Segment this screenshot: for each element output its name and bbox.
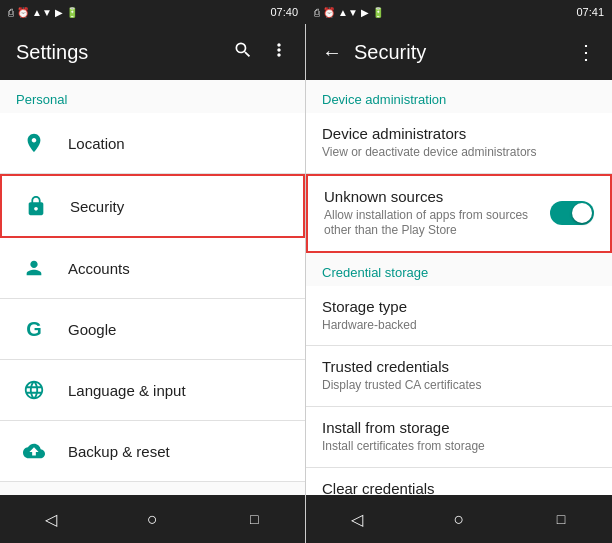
google-title: Google [68,321,289,338]
unknown-sources-sub: Allow installation of apps from sources … [324,208,542,239]
backup-text: Backup & reset [68,443,289,460]
location-icon [16,125,52,161]
signal-icon: ▲▼ [32,7,52,18]
right-phone: ← Security ⋮ Device administration Devic… [306,0,612,543]
settings-top-bar: Settings [0,24,305,80]
clear-credentials-title: Clear credentials [322,480,596,495]
back-nav-right[interactable]: ◁ [306,510,408,529]
recents-nav-left[interactable]: □ [203,511,305,527]
alarm-icon: ⏰ [17,7,29,18]
security-icon [18,188,54,224]
device-admins-item[interactable]: Device administrators View or deactivate… [306,113,612,174]
more-vert-icon-right[interactable]: ⋮ [576,40,596,64]
left-bottom-nav: ◁ ○ □ [0,495,305,543]
credential-storage-label: Credential storage [306,253,612,286]
language-icon [16,372,52,408]
status-bar-left: ⎙ ⏰ ▲▼ ▶ 🔋 07:40 [0,0,306,24]
back-icon[interactable]: ← [322,41,342,64]
google-text: Google [68,321,289,338]
batt-icon-r: 🔋 [372,7,384,18]
device-admins-sub: View or deactivate device administrators [322,145,596,161]
language-title: Language & input [68,382,289,399]
settings-title: Settings [16,41,225,64]
backup-title: Backup & reset [68,443,289,460]
search-icon[interactable] [233,40,253,65]
list-item-accounts[interactable]: Accounts [0,238,305,299]
install-from-storage-title: Install from storage [322,419,596,436]
accounts-icon [16,250,52,286]
settings-list: Personal Location Security Ac [0,80,305,495]
unknown-sources-text: Unknown sources Allow installation of ap… [324,188,542,239]
list-item-backup[interactable]: Backup & reset [0,421,305,482]
list-item-google[interactable]: G Google [0,299,305,360]
security-title: Security [70,198,287,215]
storage-type-title: Storage type [322,298,596,315]
recents-nav-right[interactable]: □ [510,511,612,527]
accounts-title: Accounts [68,260,289,277]
unknown-sources-title: Unknown sources [324,188,542,205]
device-admins-title: Device administrators [322,125,596,142]
install-from-storage-sub: Install certificates from storage [322,439,596,455]
back-nav-left[interactable]: ◁ [0,510,102,529]
status-icons-right-left: ⎙ ⏰ ▲▼ ▶ 🔋 [314,7,384,18]
unknown-sources-item[interactable]: Unknown sources Allow installation of ap… [306,174,612,253]
right-bottom-nav: ◁ ○ □ [306,495,612,543]
accounts-text: Accounts [68,260,289,277]
location-title: Location [68,135,289,152]
toggle-knob [572,203,592,223]
clear-credentials-item[interactable]: Clear credentials [306,468,612,495]
trusted-credentials-sub: Display trusted CA certificates [322,378,596,394]
personal-section-label: Personal [0,80,305,113]
backup-icon [16,433,52,469]
batt-icon: 🔋 [66,7,78,18]
signal-icon-r: ▲▼ [338,7,358,18]
storage-type-sub: Hardware-backed [322,318,596,334]
language-text: Language & input [68,382,289,399]
device-admin-label: Device administration [306,80,612,113]
wifi-icon-r: ▶ [361,7,369,18]
trusted-credentials-title: Trusted credentials [322,358,596,375]
trusted-credentials-item[interactable]: Trusted credentials Display trusted CA c… [306,346,612,407]
status-bar-right: ⎙ ⏰ ▲▼ ▶ 🔋 07:41 [306,0,612,24]
time-right: 07:41 [576,6,604,18]
alarm-icon-r: ⏰ [323,7,335,18]
list-item-language[interactable]: Language & input [0,360,305,421]
location-text: Location [68,135,289,152]
storage-type-item[interactable]: Storage type Hardware-backed [306,286,612,347]
wifi-icon: ▶ [55,7,63,18]
security-title-bar: Security [354,41,564,64]
settings-top-icons [233,40,289,65]
unknown-sources-row: Unknown sources Allow installation of ap… [324,188,594,239]
google-icon: G [16,311,52,347]
battery-icon-r: ⎙ [314,7,320,18]
home-nav-left[interactable]: ○ [102,509,204,530]
list-item-security[interactable]: Security [0,174,305,238]
security-content: Device administration Device administrat… [306,80,612,495]
left-phone: Settings Personal Location [0,0,306,543]
time-left: 07:40 [270,6,298,18]
status-icons-left: ⎙ ⏰ ▲▼ ▶ 🔋 [8,7,78,18]
security-top-bar: ← Security ⋮ [306,24,612,80]
battery-icon: ⎙ [8,7,14,18]
home-nav-right[interactable]: ○ [408,509,510,530]
install-from-storage-item[interactable]: Install from storage Install certificate… [306,407,612,468]
more-vert-icon[interactable] [269,40,289,65]
unknown-sources-toggle[interactable] [550,201,594,225]
list-item-location[interactable]: Location [0,113,305,174]
security-text: Security [70,198,287,215]
